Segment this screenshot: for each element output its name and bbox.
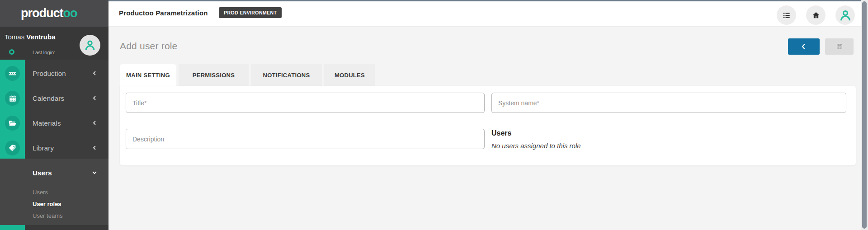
- sidebar-subitem-users[interactable]: Users: [0, 187, 108, 197]
- brand-logo[interactable]: productoo: [0, 0, 108, 27]
- tab-label: NOTIFICATIONS: [263, 72, 310, 79]
- tab-permissions[interactable]: PERMISSIONS: [179, 64, 249, 86]
- sidebar-item-label: Calendars: [33, 94, 64, 102]
- last-login-label: Last login:: [33, 50, 55, 55]
- chevron-left-icon: [92, 145, 97, 150]
- tab-label: MODULES: [335, 72, 365, 79]
- logo-text-main: product: [21, 6, 63, 20]
- sidebar-item-production[interactable]: Production: [0, 61, 108, 85]
- title-field[interactable]: [126, 93, 485, 113]
- users-empty-message: No users assigned to this role: [491, 142, 581, 150]
- person-icon: [84, 39, 96, 52]
- sidebar-item-calendars[interactable]: Calendars: [0, 85, 108, 110]
- tab-label: MAIN SETTING: [126, 72, 170, 79]
- page-title: Productoo Parametrization: [119, 9, 208, 17]
- person-icon: [839, 9, 852, 22]
- system-name-field[interactable]: [491, 93, 846, 113]
- sidebar-bottom-strip: [25, 225, 108, 230]
- description-field[interactable]: [126, 129, 485, 149]
- user-first-name: Tomas: [5, 33, 26, 41]
- sidebar-item-label: Users: [33, 169, 52, 176]
- chevron-left-icon: [92, 70, 97, 76]
- sidebar-item-label: Materials: [33, 119, 61, 127]
- sidebar-subitem-label: User roles: [33, 201, 61, 207]
- profile-avatar-button[interactable]: [835, 5, 855, 25]
- chevron-left-icon: [92, 120, 97, 126]
- sidebar-subitem-label: Users: [33, 189, 48, 196]
- section-heading: Add user role: [120, 41, 178, 52]
- home-icon: [811, 11, 821, 20]
- chevron-down-icon: [92, 170, 97, 175]
- back-button[interactable]: [788, 38, 820, 55]
- environment-badge: PROD ENVIRONMENT: [219, 7, 282, 18]
- sidebar-item-materials[interactable]: Materials: [0, 110, 108, 135]
- user-last-name: Ventruba: [26, 33, 55, 41]
- sidebar-subitem-user-roles[interactable]: User roles: [0, 198, 108, 209]
- save-icon: [836, 43, 843, 50]
- user-panel: Tomas Ventruba Last login:: [0, 27, 108, 60]
- chevron-left-icon: [801, 43, 807, 50]
- scrollbar-track[interactable]: [861, 0, 868, 230]
- sidebar-subitem-user-teams[interactable]: User teams: [0, 210, 108, 221]
- main-setting-panel: Users No users assigned to this role: [120, 86, 856, 165]
- sidebar-item-label: Library: [33, 144, 54, 151]
- app-window: productoo Tomas Ventruba Last login:: [0, 0, 868, 230]
- list-view-button[interactable]: [777, 5, 796, 25]
- home-button[interactable]: [806, 5, 826, 25]
- tab-modules[interactable]: MODULES: [324, 64, 375, 86]
- online-status-dot: [9, 49, 14, 55]
- sidebar-item-users[interactable]: Users: [0, 160, 108, 185]
- user-name: Tomas Ventruba: [5, 33, 56, 41]
- tab-notifications[interactable]: NOTIFICATIONS: [251, 64, 322, 86]
- header-bar: Productoo Parametrization PROD ENVIRONME…: [108, 1, 868, 27]
- users-section-heading: Users: [491, 129, 511, 137]
- chevron-left-icon: [92, 95, 97, 101]
- sidebar-item-label: Production: [33, 69, 66, 77]
- user-avatar: [80, 35, 100, 56]
- sidebar-subitem-label: User teams: [33, 212, 62, 219]
- logo-text-accent: oo: [63, 6, 77, 20]
- sidebar-item-library[interactable]: Library: [0, 135, 108, 160]
- sidebar: productoo Tomas Ventruba Last login:: [0, 0, 108, 230]
- list-icon: [782, 11, 791, 20]
- brand-logo-text: productoo: [21, 6, 77, 20]
- save-button[interactable]: [825, 38, 854, 55]
- scrollbar-thumb[interactable]: [862, 1, 867, 229]
- tab-label: PERMISSIONS: [193, 72, 235, 79]
- tab-main-setting[interactable]: MAIN SETTING: [120, 64, 176, 86]
